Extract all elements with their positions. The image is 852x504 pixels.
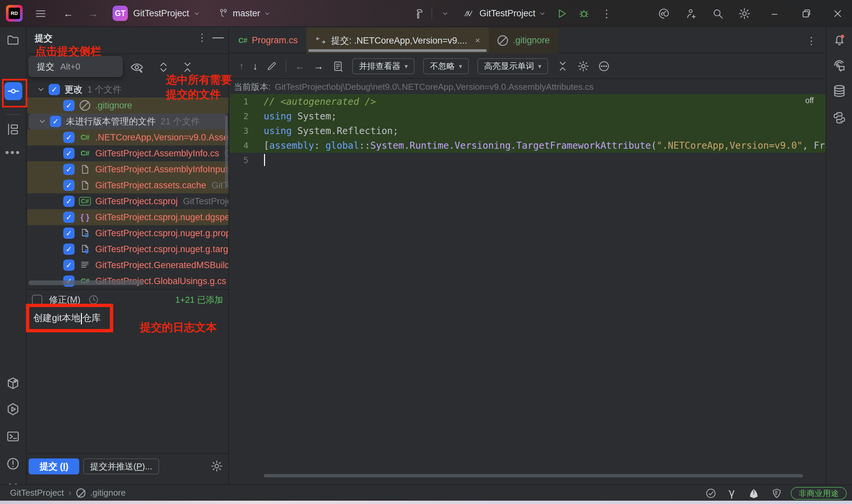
tree-file-row[interactable]: ✓{ }GitTestProject.csproj.nuget.dgspec.j… (27, 209, 229, 225)
svg-text:!: ! (753, 489, 755, 496)
tab-close-icon[interactable]: × (475, 35, 480, 46)
file-type-icon (79, 180, 90, 191)
project-folder-icon[interactable] (0, 34, 26, 47)
csharp-file-icon: C# (238, 36, 247, 45)
tree-file-row[interactable]: ✓GitTestProject.assets.cacheGitTestP (27, 177, 229, 193)
changes-tree: ✓更改1 个文件✓.gitignore✓未进行版本管理的文件21 个文件✓C#.… (27, 82, 229, 289)
next-change-icon[interactable]: ↓ (253, 60, 258, 72)
more-tool-windows-icon[interactable]: ••• (0, 146, 26, 159)
row-checkbox[interactable]: ✓ (63, 148, 74, 159)
unit-tests-icon[interactable] (0, 402, 26, 416)
tree-group-row[interactable]: ✓未进行版本管理的文件21 个文件 (29, 113, 228, 129)
security-shield-icon[interactable] (771, 488, 782, 500)
diff-forward-icon[interactable]: → (314, 60, 324, 72)
database-icon[interactable] (827, 84, 852, 98)
commit-button[interactable]: 提交 (I) (29, 458, 79, 474)
title-bar: RD ← → GT GitTestProject master GitTestP… (0, 0, 852, 27)
ai-chat-icon[interactable] (827, 59, 852, 73)
tree-file-row[interactable]: ✓GitTestProject.AssemblyInfoInputs.ca (27, 161, 229, 177)
rider-logo-icon[interactable]: RD (6, 5, 23, 22)
highlight-dropdown[interactable]: 高亮显示单词▾ (477, 58, 548, 74)
row-checkbox[interactable]: ✓ (63, 100, 74, 111)
tab-commit-diff[interactable]: 提交: .NETCoreApp,Version=v9.... × (306, 28, 489, 53)
row-checkbox[interactable]: ✓ (63, 228, 74, 239)
forward-icon[interactable]: → (83, 0, 103, 27)
problems-icon[interactable] (0, 457, 26, 471)
inspections-ok-icon[interactable] (705, 488, 716, 500)
tree-file-row[interactable]: ✓C#GitTestProject.csprojGitTestProject (27, 193, 229, 209)
tab-gitignore[interactable]: .gitignore (489, 28, 558, 53)
editor-horizontal-scrollbar[interactable] (264, 474, 803, 478)
build-hammer-icon[interactable] (409, 0, 428, 27)
run-icon[interactable] (553, 0, 570, 27)
viewer-dropdown[interactable]: 并排查看器▾ (352, 58, 415, 74)
minimize-icon[interactable]: – (764, 0, 784, 27)
row-checkbox[interactable]: ✓ (63, 180, 74, 191)
commit-shortcut-tooltip: 提交 Alt+0 (29, 56, 123, 77)
license-badge[interactable]: 非商业用途 (791, 487, 847, 500)
search-everywhere-icon[interactable] (709, 0, 727, 27)
notifications-bell-icon[interactable] (827, 33, 852, 47)
tree-file-row[interactable]: ✓C#GitTestProject.AssemblyInfo.csGitTe (27, 145, 229, 161)
commit-options-gear-icon[interactable] (210, 460, 223, 474)
row-checkbox[interactable]: ✓ (63, 196, 74, 207)
tree-vertical-scrollbar[interactable] (225, 116, 228, 187)
row-checkbox[interactable]: ✓ (63, 164, 74, 175)
add-user-icon[interactable] (682, 0, 700, 27)
row-checkbox[interactable]: ✓ (63, 244, 74, 255)
terminal-icon[interactable] (0, 430, 26, 444)
run-config-selector[interactable]: GitTestProject (464, 0, 546, 27)
code-line-5: 5 (230, 153, 826, 167)
main-menu-icon[interactable] (31, 0, 51, 27)
python-icon[interactable] (827, 111, 852, 125)
back-icon[interactable]: ← (58, 0, 78, 27)
maximize-icon[interactable] (796, 0, 816, 27)
analysis-icon[interactable]: γ (729, 486, 735, 499)
tree-file-row[interactable]: ✓C#.NETCoreApp,Version=v9.0.Assembl (27, 129, 229, 145)
code-line-1: 1// <autogenerated /> (230, 94, 826, 109)
more-circle-icon[interactable] (598, 60, 610, 72)
amend-checkbox[interactable] (32, 295, 42, 305)
prev-change-icon[interactable]: ↑ (239, 60, 244, 72)
diff-code-area[interactable]: 1// <autogenerated />2using System;3usin… (230, 94, 826, 167)
commit-and-push-button[interactable]: 提交并推送(P)... (83, 458, 159, 474)
tree-file-row[interactable]: ✓GitTestProject.csproj.nuget.g.props (27, 225, 229, 241)
structure-icon[interactable] (0, 123, 26, 136)
gitignore-icon (498, 35, 508, 46)
row-checkbox[interactable]: ✓ (63, 259, 74, 271)
ai-assistant-icon[interactable] (655, 0, 673, 27)
panel-hide-icon[interactable]: — (212, 30, 224, 43)
diff-toolbar: ↑ ↓ ← → 并排查看器▾ 不忽略▾ 高亮显示单词▾ (230, 54, 826, 79)
panel-kebab-icon[interactable]: ⋮ (197, 32, 207, 43)
debug-icon[interactable] (575, 0, 593, 27)
tab-program-cs[interactable]: C# Program.cs (230, 28, 306, 53)
row-checkbox[interactable]: ✓ (63, 212, 74, 223)
project-badge[interactable]: GT (112, 6, 128, 21)
changed-lines-doc-icon[interactable] (332, 60, 344, 72)
tree-file-row[interactable]: ✓GitTestProject.GeneratedMSBuildEdi (27, 257, 229, 273)
tree-horizontal-scrollbar[interactable] (29, 281, 144, 285)
row-checkbox[interactable]: ✓ (50, 116, 61, 127)
project-selector[interactable]: GitTestProject (133, 0, 201, 27)
whitespace-dropdown[interactable]: 不忽略▾ (423, 58, 469, 74)
breadcrumb[interactable]: GitTestProject › .gitignore (10, 488, 125, 498)
build-dropdown-icon[interactable] (437, 0, 453, 27)
diff-settings-gear-icon[interactable] (577, 60, 589, 72)
warning-shield-icon[interactable]: ! (748, 488, 760, 501)
tab-bar-kebab-icon[interactable]: ⋮ (806, 35, 816, 47)
annotation-rect-commit-message (26, 304, 113, 332)
row-checkbox[interactable]: ✓ (63, 132, 74, 143)
editor-area: C# Program.cs 提交: .NETCoreApp,Version=v9… (230, 28, 826, 484)
nuget-package-icon[interactable] (0, 376, 26, 390)
added-summary: 1+21 已添加 (175, 294, 223, 306)
collapse-unchanged-icon[interactable] (557, 60, 569, 72)
more-actions-icon[interactable]: ⋮ (599, 0, 614, 27)
close-icon[interactable] (828, 0, 848, 27)
row-checkbox[interactable]: ✓ (49, 84, 60, 95)
edit-pencil-icon[interactable] (266, 61, 277, 72)
branch-selector[interactable]: master (218, 0, 271, 27)
view-options-eye-icon[interactable] (130, 60, 144, 75)
diff-back-icon[interactable]: ← (295, 60, 305, 72)
tree-file-row[interactable]: ✓GitTestProject.csproj.nuget.g.targets (27, 241, 229, 257)
settings-gear-icon[interactable] (734, 0, 754, 27)
